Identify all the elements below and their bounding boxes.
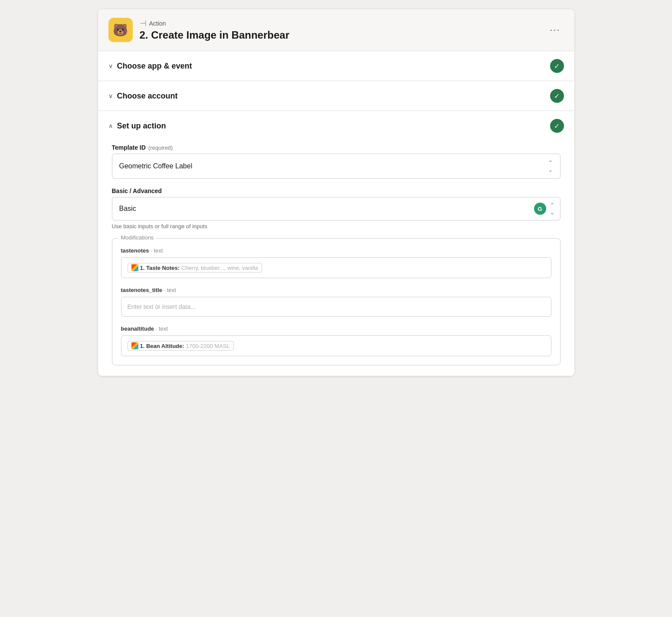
- mod-input-tastenotes-title[interactable]: Enter text or insert data...: [121, 297, 551, 317]
- choose-account-section[interactable]: ∨ Choose account ✓: [98, 81, 574, 111]
- setup-body: Template ID (required) Geometric Coffee …: [98, 141, 574, 376]
- basic-advanced-hint: Use basic inputs or full range of inputs: [112, 223, 561, 230]
- action-label-text: Action: [149, 20, 166, 27]
- app-icon: 🐻: [108, 18, 133, 42]
- setup-action-status: ✓: [550, 119, 564, 133]
- select-arrows-icon: ⌃⌄: [548, 159, 553, 173]
- mod-label-tastenotes: tastenotes · text: [121, 247, 551, 254]
- mod-field-beanaltitude: beanaltitude · text 1. Bean Altitude: 17…: [121, 325, 551, 356]
- basic-advanced-select[interactable]: Basic G ⌃⌄: [112, 197, 561, 220]
- header-text: ⊣ Action 2. Create Image in Bannerbear: [140, 19, 289, 41]
- chevron-up-icon: ∧: [108, 122, 113, 129]
- zapier-icon-2: [131, 342, 138, 349]
- template-id-label: Template ID (required): [112, 144, 561, 151]
- section-left-3: ∧ Set up action: [108, 121, 166, 131]
- zapier-icon: [131, 264, 138, 271]
- card-header: 🐻 ⊣ Action 2. Create Image in Bannerbear…: [98, 9, 574, 51]
- chevron-down-icon: ∨: [108, 62, 113, 69]
- mod-label-beanaltitude: beanaltitude · text: [121, 325, 551, 332]
- mod-label-tastenotes-title: tastenotes_title · text: [121, 287, 551, 293]
- action-label-row: ⊣ Action: [140, 19, 289, 28]
- section-left-2: ∨ Choose account: [108, 92, 178, 101]
- setup-action-label: Set up action: [117, 121, 166, 131]
- mod-field-tastenotes: tastenotes · text 1. Taste Notes: Cherry…: [121, 247, 551, 278]
- setup-action-section: ∧ Set up action ✓ Template ID (required)…: [98, 111, 574, 376]
- template-id-group: Template ID (required) Geometric Coffee …: [112, 144, 561, 179]
- choose-account-status: ✓: [550, 89, 564, 103]
- zapier-tag-beanaltitude: 1. Bean Altitude: 1700-2200 MASL: [128, 341, 234, 351]
- header-title: 2. Create Image in Bannerbear: [140, 29, 289, 41]
- choose-app-section[interactable]: ∨ Choose app & event ✓: [98, 51, 574, 81]
- green-badge: G: [534, 203, 546, 215]
- modifications-box: Modifications tastenotes · text 1. Taste…: [112, 238, 561, 365]
- select-middle: Basic: [119, 205, 534, 213]
- choose-app-status: ✓: [550, 59, 564, 73]
- header-left: 🐻 ⊣ Action 2. Create Image in Bannerbear: [108, 18, 289, 42]
- template-id-value: Geometric Coffee Label: [119, 162, 193, 170]
- basic-advanced-label: Basic / Advanced: [112, 187, 561, 194]
- basic-value: Basic: [119, 205, 136, 213]
- mod-input-tastenotes[interactable]: 1. Taste Notes: Cherry, blueber..., wine…: [121, 257, 551, 278]
- setup-header[interactable]: ∧ Set up action ✓: [98, 111, 574, 141]
- main-card: 🐻 ⊣ Action 2. Create Image in Bannerbear…: [98, 9, 575, 377]
- pipe-icon: ⊣: [140, 19, 147, 28]
- section-left: ∨ Choose app & event: [108, 62, 192, 71]
- basic-advanced-group: Basic / Advanced Basic G ⌃⌄ Use basic in…: [112, 187, 561, 230]
- zapier-tag-tastenotes: 1. Taste Notes: Cherry, blueber..., wine…: [128, 263, 262, 272]
- chevron-down-icon-2: ∨: [108, 92, 113, 99]
- required-label: (required): [148, 144, 173, 151]
- template-id-select[interactable]: Geometric Coffee Label ⌃⌄: [112, 154, 561, 179]
- modifications-legend: Modifications: [118, 234, 157, 241]
- more-options-button[interactable]: ···: [546, 23, 564, 37]
- select-arrows-icon-2: ⌃⌄: [550, 202, 555, 216]
- mod-field-tastenotes-title: tastenotes_title · text Enter text or in…: [121, 287, 551, 317]
- choose-account-label: Choose account: [117, 92, 178, 101]
- mod-input-beanaltitude[interactable]: 1. Bean Altitude: 1700-2200 MASL: [121, 335, 551, 356]
- choose-app-label: Choose app & event: [117, 62, 192, 71]
